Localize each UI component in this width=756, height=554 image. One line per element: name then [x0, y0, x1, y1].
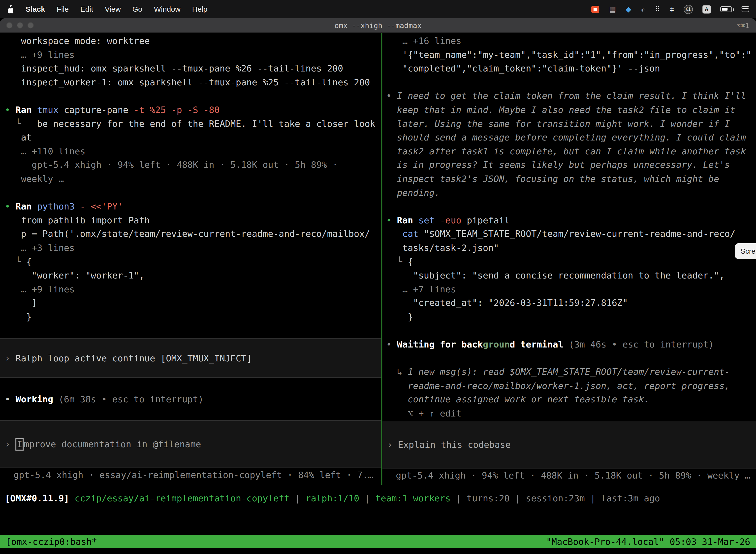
text-segment: weekly …: [5, 174, 64, 184]
text-segment: |: [451, 493, 467, 503]
terminal-line: "completed","claim_token":"claim-token"}…: [386, 62, 756, 76]
tmux-host-time: "MacBook-Pro-44.local" 05:03 31-Mar-26: [546, 535, 750, 548]
terminal-line: later. Using the same for transition mig…: [386, 117, 756, 131]
text-segment: task2 after task1 is complete, but can I…: [386, 146, 746, 156]
screen-recording-stop-icon[interactable]: [591, 5, 600, 13]
terminal-line: └ be necessary for the end of the README…: [5, 117, 381, 131]
text-segment: continue assigned work or next feasible …: [386, 394, 649, 404]
terminal-line: … +9 lines: [5, 283, 381, 296]
text-segment: be necessary for the end of the README. …: [37, 118, 375, 128]
left-composer-input[interactable]: › Improve documentation in @filename: [0, 420, 381, 468]
text-segment: |: [290, 493, 306, 503]
left-pane[interactable]: workspace_mode: worktree … +9 lines insp…: [0, 33, 381, 485]
control-center-icon[interactable]: [742, 6, 749, 12]
text-segment: └: [386, 257, 408, 267]
screen-share-button[interactable]: Scre: [735, 243, 756, 259]
window-shortcut-hint: ⌥⌘1: [737, 21, 749, 29]
text-segment: turns:20: [466, 493, 509, 503]
text-segment: •: [386, 91, 397, 101]
terminal-line: └ {: [386, 255, 756, 269]
sphere-app-icon[interactable]: ◐: [641, 5, 645, 13]
text-segment: keep that in mind. Maybe I also need the…: [386, 105, 735, 115]
text-segment: is in progress? It seems likely but perh…: [386, 160, 730, 170]
right-model-footer: gpt-5.4 xhigh · 94% left · 488K in · 5.1…: [382, 468, 756, 482]
menu-go[interactable]: Go: [132, 5, 142, 13]
text-segment: [435, 215, 440, 225]
menu-app-name[interactable]: Slack: [25, 5, 45, 13]
gauge-61-icon[interactable]: 61: [684, 4, 693, 14]
terminal-line: inspect task2's JSON, focusing on the st…: [386, 172, 756, 186]
text-segment: "subject": "send a concise recommendatio…: [386, 270, 724, 280]
blue-app-icon[interactable]: ◆: [626, 5, 631, 13]
right-composer-input[interactable]: › Explain this codebase: [382, 421, 756, 468]
text-segment: |: [359, 493, 375, 503]
text-segment: tmux: [37, 105, 59, 115]
battery-icon[interactable]: [720, 6, 732, 12]
screen: Slack File Edit View Go Window Help ▦ ◆ …: [0, 0, 756, 554]
terminal-line: "worker": "worker-1",: [5, 269, 381, 283]
prompt-chevron-icon: ›: [5, 439, 15, 449]
text-segment: … +9 lines: [5, 49, 74, 60]
text-segment: inspect task2's JSON, focusing on the st…: [386, 174, 719, 184]
right-pane[interactable]: … +16 lines '{"team_name":"my-team","tas…: [382, 33, 756, 485]
terminal-line: • I need to get the claim token from the…: [386, 89, 756, 103]
dots-grid-icon[interactable]: ⠿: [655, 5, 660, 13]
text-segment: -t %25 -p -S -80: [134, 105, 219, 115]
working-status-line: • Working (6m 38s • esc to interrupt): [0, 392, 381, 406]
terminal-line: workspace_mode: worktree: [5, 34, 381, 48]
text-segment: cat: [402, 229, 419, 239]
text-segment: (6m 38s • esc to interrupt): [53, 394, 203, 404]
text-segment: "completed","claim_token":"claim-token"}…: [386, 63, 660, 73]
text-segment: tasks/task-2.json": [386, 243, 499, 253]
text-segment: {: [26, 257, 32, 267]
text-segment: - <<'PY': [80, 201, 123, 212]
terminal-line: • Waiting for background terminal (3m 46…: [386, 338, 756, 352]
apple-menu-icon[interactable]: [7, 5, 14, 13]
terminal-line: • Ran python3 - <<'PY': [5, 200, 381, 214]
text-segment: •: [386, 339, 397, 349]
menu-edit[interactable]: Edit: [80, 5, 93, 13]
text-segment: team:1 workers: [375, 493, 450, 503]
terminal-line: should send a message before completing …: [386, 131, 756, 145]
text-segment: p = Path('.omx/state/team/review-current…: [5, 229, 370, 239]
terminal-line: ⌥ + ↑ edit: [386, 407, 756, 421]
text-segment: d terminal: [510, 339, 564, 349]
text-segment: later. Using the same for transition mig…: [386, 118, 730, 128]
menu-window[interactable]: Window: [154, 5, 181, 13]
menu-help[interactable]: Help: [192, 5, 207, 13]
text-segment: ⌥ + ↑ edit: [386, 408, 461, 419]
text-segment: ralph:1/10: [306, 493, 359, 503]
text-segment: [OMX#0.11.9]: [5, 493, 69, 503]
terminal-line: [5, 186, 381, 200]
text-segment: groun: [483, 339, 510, 349]
terminal-line: from pathlib import Path: [5, 214, 381, 228]
toggle-pill: [742, 10, 749, 12]
menubar-menus: Slack File Edit View Go Window Help: [7, 5, 207, 13]
text-segment: |: [585, 493, 601, 503]
terminal-line: inspect_worker-1: omx sparkshell --tmux-…: [5, 76, 381, 90]
left-scrollback: workspace_mode: worktree … +9 lines insp…: [0, 33, 381, 324]
terminal-line: cat "$OMX_TEAM_STATE_ROOT/team/review-cu…: [386, 227, 756, 241]
text-segment: "worker": "worker-1",: [5, 270, 144, 280]
terminal-line: ↳ 1 new msg(s): read $OMX_TEAM_STATE_ROO…: [386, 365, 756, 379]
menu-view[interactable]: View: [105, 5, 121, 13]
left-model-footer: gpt-5.4 xhigh · essay/ai-reimplementatio…: [0, 468, 381, 482]
text-segment: workspace_mode: worktree: [5, 36, 150, 46]
window-grid-icon[interactable]: ▦: [609, 5, 616, 13]
text-segment: └: [5, 257, 26, 267]
terminal-line: └ {: [5, 255, 381, 269]
composer-placeholder: mprove documentation in @filename: [24, 439, 201, 449]
utility-icon[interactable]: ǂ: [670, 5, 674, 13]
battery-tip: [733, 8, 734, 11]
menubar: Slack File Edit View Go Window Help ▦ ◆ …: [0, 0, 756, 18]
terminal-line: … +110 lines: [5, 145, 381, 159]
input-source-icon[interactable]: A: [702, 5, 711, 13]
ralph-inject-bar[interactable]: › Ralph loop active continue [OMX_TMUX_I…: [0, 339, 381, 378]
window-titlebar[interactable]: omx --xhigh --madmax ⌥⌘1: [0, 18, 756, 33]
menu-file[interactable]: File: [57, 5, 69, 13]
text-segment: [32, 201, 37, 212]
text-segment: ]: [5, 298, 37, 308]
terminal-line: inspect_hud: omx sparkshell --tmux-pane …: [5, 62, 381, 76]
terminal-line: [5, 89, 381, 103]
text-segment: inspect_hud: omx sparkshell --tmux-pane …: [5, 63, 343, 73]
